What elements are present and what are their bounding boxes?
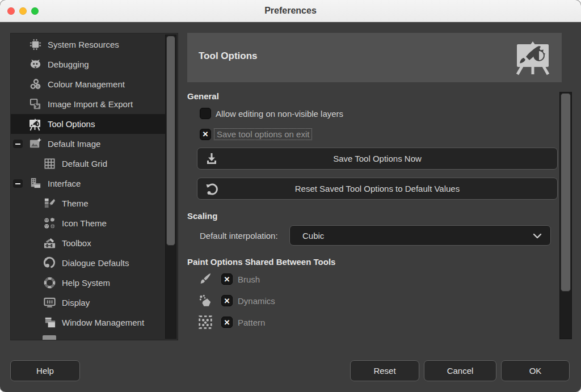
sidebar-item-label: Toolbox	[62, 238, 91, 248]
sidebar-item-image-import-export[interactable]: Image Import & Export	[11, 94, 165, 114]
sidebar-item-debugging[interactable]: Debugging	[11, 54, 165, 74]
sidebar-item-toolbox[interactable]: Toolbox	[11, 233, 165, 253]
icon-theme-icon	[42, 216, 57, 231]
chip-icon	[28, 37, 43, 52]
collapse-minus-icon[interactable]	[13, 179, 23, 188]
zoom-button[interactable]	[31, 7, 39, 15]
partially-visible-item-icon	[43, 335, 56, 340]
dynamics-checkbox[interactable]: ✕	[221, 295, 233, 306]
save-icon	[205, 152, 218, 166]
dynamics-label[interactable]: Dynamics	[238, 296, 275, 306]
interpolation-value: Cubic	[302, 231, 324, 241]
sidebar-item-label: Image Import & Export	[48, 99, 133, 109]
collapse-minus-icon[interactable]	[13, 140, 23, 148]
toolbox-icon	[42, 236, 57, 251]
brush-checkbox[interactable]: ✕	[221, 273, 233, 285]
import-export-icon	[28, 97, 43, 112]
close-button[interactable]	[7, 7, 15, 15]
allow-editing-label[interactable]: Allow editing on non-visible layers	[216, 109, 343, 119]
window-management-icon	[42, 315, 57, 330]
panel-header: Tool Options	[187, 33, 562, 82]
sidebar-item-label: Help System	[62, 278, 110, 288]
check-x-icon: ✕	[224, 297, 230, 305]
help-system-icon	[42, 276, 57, 290]
interpolation-dropdown[interactable]: Cubic	[289, 225, 551, 246]
sidebar-item-default-grid[interactable]: Default Grid	[11, 154, 165, 174]
interpolation-label: Default interpolation:	[200, 231, 289, 241]
titlebar: Preferences	[0, 0, 581, 22]
sidebar-item-colour-management[interactable]: Colour Management	[11, 74, 165, 94]
footer-action-buttons: Reset Cancel OK	[350, 360, 570, 381]
section-heading-scaling: Scaling	[187, 211, 558, 221]
sidebar-item-icon-theme[interactable]: Icon Theme	[11, 213, 165, 233]
display-icon	[42, 296, 57, 310]
save-tool-options-now-button[interactable]: Save Tool Options Now	[197, 147, 558, 170]
sidebar-item-label: Default Grid	[62, 159, 107, 168]
allow-editing-checkbox[interactable]	[200, 108, 211, 119]
traffic-lights	[7, 7, 39, 15]
sidebar-item-label: Display	[62, 298, 90, 307]
allow-editing-row: Allow editing on non-visible layers	[200, 108, 558, 119]
sidebar-item-label: Interface	[48, 179, 81, 188]
grid-icon	[42, 157, 57, 171]
sidebar-item-display[interactable]: Display	[11, 293, 165, 313]
reset-saved-tool-options-button[interactable]: Reset Saved Tool Options to Default Valu…	[197, 178, 558, 200]
tool-options-icon	[28, 117, 43, 132]
paint-option-brush-row: ✕ Brush	[197, 270, 558, 288]
pattern-checkbox[interactable]: ✕	[221, 317, 233, 328]
help-button[interactable]: Help	[10, 360, 80, 381]
sidebar-item-tool-options[interactable]: Tool Options	[11, 114, 165, 134]
brush-label[interactable]: Brush	[238, 275, 260, 284]
sidebar-item-label: Tool Options	[48, 119, 95, 129]
cancel-button[interactable]: Cancel	[424, 360, 496, 381]
pattern-icon	[197, 314, 213, 330]
sidebar-item-system-resources[interactable]: System Resources	[11, 35, 165, 54]
save-on-exit-label[interactable]: Save tool options on exit	[214, 128, 312, 140]
pattern-label[interactable]: Pattern	[238, 318, 265, 327]
sidebar-rows: System Resources Debugging Colour Manage…	[11, 35, 165, 332]
sidebar-item-label: Icon Theme	[62, 218, 107, 228]
paint-option-pattern-row: ✕ Pattern	[197, 313, 558, 331]
sidebar-item-label: Dialogue Defaults	[62, 258, 129, 268]
dialog-footer: Help Reset Cancel OK	[0, 340, 581, 392]
check-x-icon: ✕	[224, 276, 230, 283]
interface-icon	[28, 176, 43, 191]
save-on-exit-checkbox[interactable]: ✕	[200, 129, 211, 140]
sidebar-item-theme[interactable]: Theme	[11, 193, 165, 213]
sidebar-item-label: Debugging	[48, 60, 89, 69]
dialogue-defaults-icon	[42, 256, 57, 271]
sidebar-item-default-image[interactable]: Default Image	[11, 134, 165, 154]
sidebar-item-label: Colour Management	[48, 79, 125, 89]
sidebar-item-help-system[interactable]: Help System	[11, 273, 165, 293]
color-circles-icon	[28, 77, 43, 92]
interpolation-row: Default interpolation: Cubic	[200, 225, 558, 246]
sidebar-item-window-management[interactable]: Window Management	[11, 313, 165, 332]
wilber-icon	[28, 57, 43, 72]
paint-option-dynamics-row: ✕ Dynamics	[197, 292, 558, 310]
sidebar-scrollbar[interactable]	[165, 35, 176, 339]
sidebar-item-label: System Resources	[48, 40, 119, 49]
preferences-window: Preferences System Resources Debugging	[0, 0, 581, 392]
panel-content: General Allow editing on non-visible lay…	[187, 82, 558, 340]
sidebar-item-label: Default Image	[48, 139, 100, 149]
sidebar-list: System Resources Debugging Colour Manage…	[10, 33, 178, 340]
sidebar-scrollbar-thumb[interactable]	[166, 36, 175, 246]
sidebar-item-label: Theme	[62, 199, 89, 208]
revert-icon	[205, 182, 218, 196]
ok-button[interactable]: OK	[501, 360, 570, 381]
sidebar-item-label: Window Management	[62, 318, 144, 327]
brush-icon	[197, 271, 213, 287]
content-scrollbar[interactable]	[559, 92, 572, 339]
reset-button[interactable]: Reset	[350, 360, 419, 381]
window-title: Preferences	[0, 0, 581, 22]
content-scrollbar-thumb[interactable]	[561, 93, 571, 292]
check-x-icon: ✕	[203, 130, 209, 138]
section-heading-paint-options: Paint Options Shared Between Tools	[187, 257, 558, 267]
check-x-icon: ✕	[224, 319, 230, 326]
sidebar-item-interface[interactable]: Interface	[11, 174, 165, 193]
theme-icon	[42, 196, 57, 211]
tool-options-easel-icon	[513, 40, 553, 75]
minimize-button[interactable]	[19, 7, 27, 15]
panel-title: Tool Options	[199, 50, 258, 62]
sidebar-item-dialogue-defaults[interactable]: Dialogue Defaults	[11, 253, 165, 273]
